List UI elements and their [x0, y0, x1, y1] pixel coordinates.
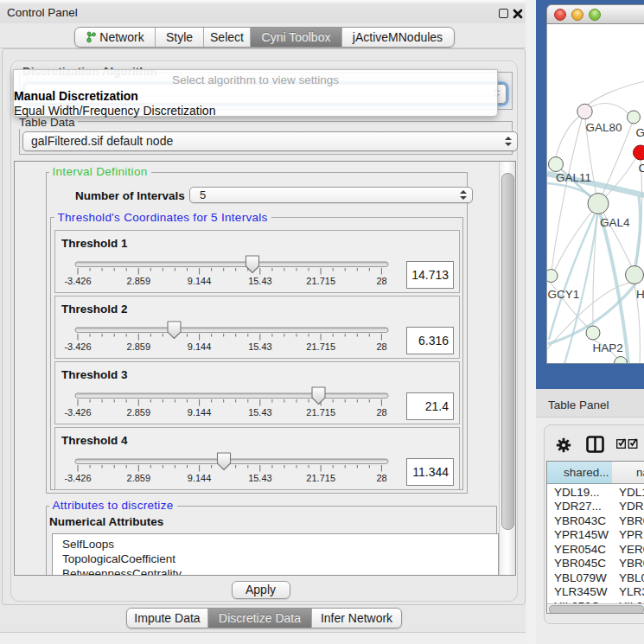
svg-text:28: 28	[376, 341, 386, 352]
svg-text:CA: CA	[638, 162, 644, 175]
svg-text:2.859: 2.859	[127, 473, 151, 483]
svg-text:21.715: 21.715	[306, 341, 335, 352]
svg-text:2.859: 2.859	[127, 407, 151, 418]
svg-text:21.715: 21.715	[306, 473, 335, 483]
svg-text:28: 28	[376, 407, 386, 418]
svg-text:-3.426: -3.426	[64, 407, 91, 418]
svg-text:9.144: 9.144	[188, 341, 212, 352]
svg-text:GCY1: GCY1	[547, 288, 579, 301]
svg-text:-3.426: -3.426	[64, 341, 91, 352]
svg-text:15.43: 15.43	[248, 341, 272, 352]
svg-text:9.144: 9.144	[188, 407, 212, 418]
svg-text:GAL11: GAL11	[556, 171, 591, 184]
svg-text:2.859: 2.859	[127, 276, 151, 286]
svg-text:28: 28	[376, 276, 386, 286]
svg-text:15.43: 15.43	[248, 473, 272, 483]
svg-text:21.715: 21.715	[306, 407, 335, 418]
svg-text:21.715: 21.715	[306, 276, 335, 286]
svg-text:-3.426: -3.426	[64, 473, 91, 483]
svg-text:2.859: 2.859	[127, 341, 151, 352]
svg-text:GAL80: GAL80	[585, 121, 622, 134]
svg-text:9.144: 9.144	[188, 276, 212, 286]
svg-text:GAL4: GAL4	[600, 216, 630, 229]
svg-text:9.144: 9.144	[188, 473, 212, 483]
svg-text:15.43: 15.43	[248, 276, 272, 286]
svg-text:-3.426: -3.426	[64, 276, 91, 286]
svg-text:15.43: 15.43	[248, 407, 272, 418]
svg-text:28: 28	[376, 473, 386, 483]
svg-text:HIS4: HIS4	[636, 288, 644, 301]
svg-text:GA: GA	[635, 126, 644, 139]
svg-text:HAP2: HAP2	[592, 341, 622, 354]
